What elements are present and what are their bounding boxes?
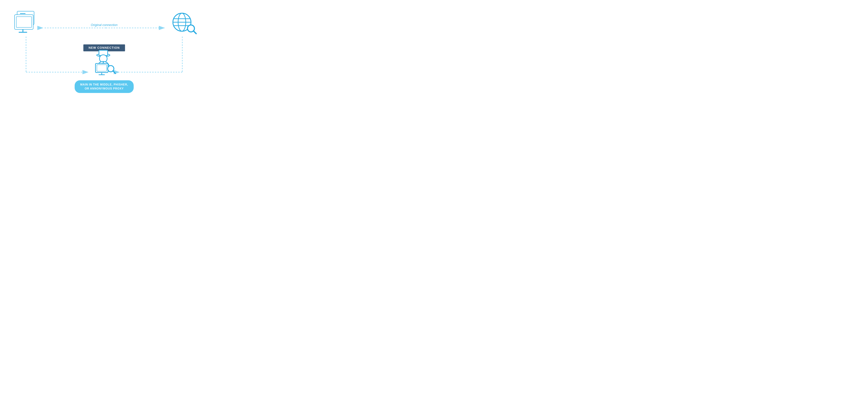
mitm-label: MAIN IN THE MIDDLE, PHISHER,OR ANNONYMOU… — [80, 83, 128, 90]
svg-line-18 — [193, 31, 196, 34]
svg-rect-24 — [97, 65, 106, 71]
svg-line-28 — [113, 71, 116, 73]
globe-icon — [170, 10, 198, 36]
diagram-container: Original connection NEW CONNECTION — [9, 4, 199, 95]
original-connection-label: Original connection — [91, 23, 118, 27]
spy-icon — [90, 48, 118, 76]
computer-icon — [12, 10, 40, 36]
mitm-badge: MAIN IN THE MIDDLE, PHISHER,OR ANNONYMOU… — [75, 80, 134, 93]
svg-rect-8 — [16, 16, 32, 27]
